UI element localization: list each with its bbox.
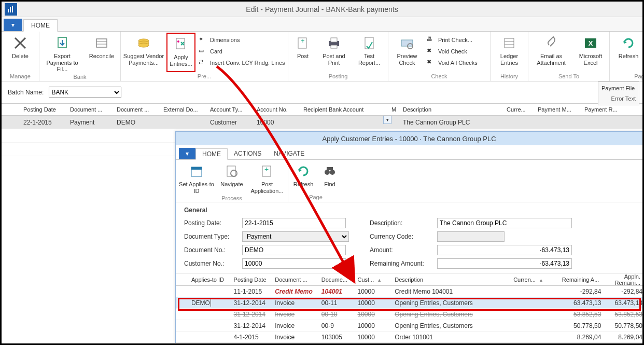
titlebar: Edit - Payment Journal - BANK-Bank payme… — [2, 2, 642, 17]
sub-navigate-button[interactable]: Navigate — [217, 161, 246, 194]
paperclip-icon — [542, 34, 560, 52]
svg-rect-6 — [96, 39, 107, 47]
entries-row[interactable]: 11-1-2015Credit Memo10400110000Credit Me… — [176, 286, 642, 297]
batch-select[interactable]: BANK — [49, 87, 121, 98]
col-currency[interactable]: Curren...▲ — [513, 277, 551, 283]
col-remaining[interactable]: Remaining A... — [551, 277, 601, 283]
export-icon — [53, 34, 71, 52]
posting-date-field[interactable] — [242, 218, 346, 228]
col-docno[interactable]: Document ... — [117, 106, 163, 113]
preview-check-icon — [398, 34, 416, 52]
post-application-button[interactable]: + Post Application... — [248, 161, 286, 194]
col-description[interactable]: Description — [395, 277, 513, 283]
col-external[interactable]: External Do... — [163, 106, 210, 113]
svg-point-13 — [177, 40, 179, 43]
svg-point-11 — [138, 43, 149, 47]
delete-button[interactable]: Delete — [4, 33, 37, 72]
batch-label: Batch Name: — [8, 89, 44, 96]
test-report-button[interactable]: Test Report... — [353, 33, 386, 72]
cust-no-field[interactable] — [242, 258, 346, 269]
col-doctype[interactable]: Document ... — [70, 106, 117, 113]
recipient-dropdown-arrow[interactable]: ▾ — [383, 116, 391, 124]
navigate-icon — [223, 162, 241, 180]
entries-row[interactable]: 31-12-2014Invoice00-910000Opening Entrie… — [176, 320, 642, 332]
col-custno[interactable]: Cust...▲ — [357, 277, 389, 283]
file-tab[interactable]: ▾ — [4, 19, 22, 31]
col-payment-r[interactable]: Payment R... — [584, 106, 636, 113]
panel-title: Payment File — [601, 85, 636, 91]
sub-file-tab[interactable]: ▾ — [179, 148, 195, 159]
reconcile-button[interactable]: Reconcile — [85, 33, 118, 73]
entries-row[interactable]: 31-12-2014Invoice00-1010000Opening Entri… — [176, 309, 642, 320]
col-appln-remaining[interactable]: Appln. Remaini... — [601, 273, 642, 286]
tab-home[interactable]: HOME — [23, 19, 58, 32]
apply-entries-icon — [172, 35, 190, 53]
insert-icon: ⇄ — [199, 59, 207, 67]
col-accno[interactable]: Account No. — [257, 106, 303, 113]
sub-tab-home[interactable]: HOME — [195, 148, 228, 160]
post-icon: + — [294, 34, 312, 52]
delete-icon — [11, 34, 29, 52]
void-all-icon: ✖ — [427, 59, 435, 67]
col-acctype[interactable]: Account Ty... — [210, 106, 257, 113]
svg-rect-22 — [505, 38, 514, 48]
print-check-icon: 🖶 — [427, 36, 435, 44]
post-button[interactable]: + Post — [290, 33, 315, 72]
entries-row[interactable]: DEMO31-12-2014Invoice00-1110000Opening E… — [176, 297, 642, 309]
general-section: General Posting Date: Document Type:Paym… — [176, 202, 642, 273]
card-button[interactable]: ▭Card — [198, 46, 286, 57]
col-m[interactable]: M — [391, 106, 403, 113]
currency-field — [437, 231, 505, 242]
entries-row[interactable]: 4-1-2015Invoice10300510000Order 1010018.… — [176, 332, 642, 343]
void-all-checks-button[interactable]: ✖Void All Checks — [426, 58, 488, 68]
col-payment-m[interactable]: Payment M... — [538, 106, 584, 113]
set-applies-to-id-button[interactable]: Set Applies-to ID — [178, 161, 215, 194]
sub-tab-actions[interactable]: ACTIONS — [228, 148, 268, 159]
email-attachment-button[interactable]: Email as Attachment — [530, 33, 572, 72]
preview-check-button[interactable]: Preview Check — [390, 33, 424, 72]
calendar-icon — [188, 162, 205, 180]
doc-no-field[interactable] — [242, 245, 346, 255]
entries-grid-header: Applies-to ID Posting Date Document ... … — [176, 273, 642, 286]
print-check-button[interactable]: 🖶Print Check... — [426, 35, 488, 45]
svg-point-37 — [330, 170, 335, 175]
doc-type-select[interactable]: Payment — [242, 231, 349, 242]
sub-refresh-button[interactable]: Refresh — [290, 161, 316, 193]
svg-rect-31 — [191, 167, 202, 170]
col-applies-to-id[interactable]: Applies-to ID — [191, 277, 234, 283]
sub-ribbon: Set Applies-to ID Navigate + Post Applic… — [176, 160, 642, 202]
svg-rect-12 — [176, 38, 185, 49]
col-doctype[interactable]: Document ... — [275, 277, 321, 283]
post-application-icon: + — [258, 162, 276, 180]
excel-button[interactable]: X Microsoft Excel — [574, 33, 607, 72]
col-currency[interactable]: Curre... — [507, 106, 538, 113]
void-check-button[interactable]: ✖Void Check — [426, 46, 488, 57]
insert-conv-button[interactable]: ⇄Insert Conv. LCY Rndg. Lines — [198, 58, 286, 68]
desc-field[interactable] — [437, 218, 572, 228]
svg-rect-38 — [327, 167, 333, 170]
svg-rect-20 — [401, 40, 413, 46]
sub-tab-navigate[interactable]: NAVIGATE — [268, 148, 311, 159]
apply-entries-button[interactable]: Apply Entries... — [166, 33, 195, 72]
col-recipient[interactable]: Recipient Bank Account — [303, 106, 391, 113]
ledger-entries-button[interactable]: Ledger Entries — [493, 33, 526, 72]
grid-header: Posting Date Document ... Document ... E… — [2, 103, 642, 116]
suggest-vendor-button[interactable]: Suggest Vendor Payments... — [123, 33, 164, 72]
col-docno[interactable]: Docume... — [321, 277, 358, 283]
col-description[interactable]: Description — [403, 106, 507, 113]
col-posting-date[interactable]: Posting Date — [23, 106, 70, 113]
post-print-button[interactable]: Post and Print — [317, 33, 351, 72]
remaining-field[interactable] — [437, 258, 572, 269]
sub-find-button[interactable]: Find — [318, 161, 341, 193]
dimensions-button[interactable]: ✦Dimensions — [198, 35, 286, 45]
excel-icon: X — [582, 34, 599, 52]
amount-field[interactable] — [437, 245, 572, 255]
svg-text:X: X — [589, 39, 593, 47]
grid-row[interactable]: 22-1-2015 Payment DEMO Customer 10000 Th… — [2, 116, 642, 129]
export-payments-button[interactable]: Export Payments to Fil... — [41, 33, 83, 73]
col-posting-date[interactable]: Posting Date — [234, 277, 275, 283]
apply-customer-entries-window: Apply Customer Entries - 10000 · The Can… — [175, 131, 643, 343]
sub-window-title: Apply Customer Entries - 10000 · The Can… — [176, 132, 642, 145]
batch-row: Batch Name: BANK — [2, 81, 642, 103]
refresh-button[interactable]: Refresh — [612, 33, 644, 72]
